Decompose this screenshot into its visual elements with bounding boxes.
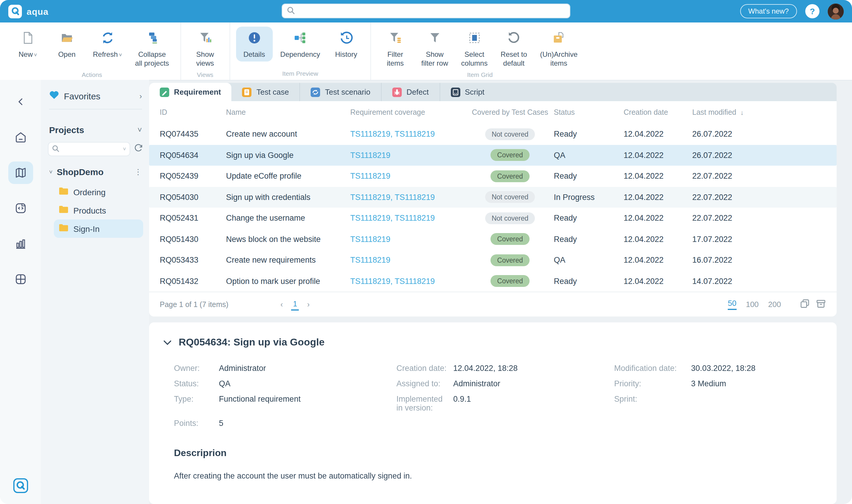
home-icon[interactable] (8, 126, 33, 148)
whats-new-button[interactable]: What's new? (740, 4, 797, 18)
filter-items-button[interactable]: Filter items (377, 26, 414, 70)
tab-defect[interactable]: Defect (381, 83, 439, 101)
prev-page-button[interactable]: ‹ (280, 300, 283, 308)
collapse-sidebar-button[interactable] (8, 90, 33, 113)
table-row[interactable]: RQ074435 Create new account TS1118219, T… (149, 124, 837, 145)
copy-icon[interactable] (800, 299, 810, 310)
favorites-header[interactable]: Favorites › (48, 88, 143, 109)
tab-script[interactable]: Script (439, 83, 495, 101)
description-heading: Descriprion (174, 448, 837, 458)
dependency-button[interactable]: Dependency (275, 26, 325, 61)
next-page-button[interactable]: › (307, 300, 309, 308)
cell-coverage-link[interactable]: TS1118219 (350, 172, 466, 181)
cell-coverage-link[interactable]: TS1118219 (350, 256, 466, 265)
chevron-right-icon[interactable]: › (139, 92, 142, 101)
col-header-covered[interactable]: Covered by Test Cases (466, 108, 554, 116)
cell-coverage-link[interactable]: TS1118219, TS1118219 (350, 193, 466, 202)
cell-coverage-link[interactable]: TS1118219, TS1118219 (350, 130, 466, 139)
table-row[interactable]: RQ051432 Option to mark user profile TS1… (149, 271, 837, 292)
collapse-all-projects-button[interactable]: Collapse all projects (130, 26, 175, 70)
refresh-projects-icon[interactable] (134, 143, 143, 155)
cell-name: Option to mark user profile (226, 277, 350, 286)
project-search[interactable]: ˅ (48, 142, 130, 156)
refresh-button[interactable]: Refresh˅ (88, 26, 127, 61)
cell-status: Ready (554, 130, 623, 139)
table-row[interactable]: RQ052431 Change the username TS1118219, … (149, 208, 837, 229)
cell-id: RQ052431 (160, 214, 226, 223)
search-input[interactable] (298, 6, 565, 16)
new-button[interactable]: New˅ (10, 26, 46, 61)
cell-status: Ready (554, 214, 623, 223)
select-columns-button[interactable]: Select columns (456, 26, 493, 70)
col-header-status[interactable]: Status (554, 108, 623, 116)
open-button[interactable]: Open (49, 26, 85, 61)
implemented-in-version-label: Implemented in version: (396, 395, 445, 412)
reset-to-default-label: Reset to default (501, 50, 527, 68)
page-size-100[interactable]: 100 (746, 300, 759, 309)
page-size-200[interactable]: 200 (768, 300, 781, 309)
bar-chart-icon[interactable] (8, 233, 33, 255)
cell-coverage-link[interactable]: TS1118219 (350, 235, 466, 244)
tab-test-scenario[interactable]: Test scenario (300, 83, 381, 101)
collapse-details-icon[interactable] (163, 337, 171, 348)
tree-folder-products[interactable]: Products (54, 201, 143, 219)
history-button[interactable]: History (328, 26, 364, 61)
cell-coverage-link[interactable]: TS1118219 (350, 151, 466, 160)
col-header-id[interactable]: ID (160, 108, 226, 116)
favorites-label: Favorites (64, 91, 134, 101)
archive-box-icon[interactable] (816, 299, 826, 310)
current-page[interactable]: 1 (291, 299, 299, 310)
sort-desc-icon[interactable]: ↓ (741, 109, 744, 116)
show-views-button[interactable]: Show views (187, 26, 223, 70)
cell-coverage-link[interactable]: TS1118219, TS1118219 (350, 214, 466, 223)
tree-node-shopdemo[interactable]: ˅ ShopDemo ⋮ (48, 164, 143, 183)
tab-requirement[interactable]: Requirement (149, 83, 232, 101)
folder-icon (58, 205, 69, 215)
col-header-coverage[interactable]: Requirement coverage (350, 108, 466, 116)
col-header-created[interactable]: Creation date (623, 108, 692, 116)
projects-header[interactable]: Projects ˅ (48, 109, 143, 141)
reset-to-default-button[interactable]: Reset to default (495, 26, 532, 70)
kebab-menu-icon[interactable]: ⋮ (134, 167, 142, 176)
grid-pager: Page 1 of 1 (7 items) ‹ 1 › 50 100 200 (149, 292, 837, 317)
avatar[interactable] (828, 3, 844, 19)
modification-date-value: 30.03.2022, 18:28 (691, 364, 837, 373)
table-row[interactable]: RQ054030 Sign up with credentials TS1118… (149, 187, 837, 208)
unarchive-items-button[interactable]: (Un)Archive items (535, 26, 583, 70)
table-row[interactable]: RQ053433 Create new requirements TS11182… (149, 250, 837, 271)
implemented-in-version-value: 0.9.1 (453, 395, 614, 403)
tree-folder-ordering[interactable]: Ordering (54, 183, 143, 201)
dependency-tree-icon (293, 31, 307, 47)
tree-folder-sign-in[interactable]: Sign-In (54, 219, 143, 238)
tab-test-case[interactable]: Test case (232, 83, 300, 101)
dashboard-grid-icon[interactable] (8, 268, 33, 290)
history-label: History (335, 50, 357, 59)
cell-coverage-link[interactable]: TS1118219, TS1118219 (350, 277, 466, 286)
code-file-icon[interactable] (8, 197, 33, 219)
map-icon[interactable] (8, 162, 33, 184)
collapse-projects-icon (145, 31, 159, 47)
cell-name: Create new account (226, 130, 350, 139)
filter-items-icon (388, 31, 402, 47)
page-size-50[interactable]: 50 (728, 299, 736, 310)
table-row[interactable]: RQ052439 Update eCoffe profile TS1118219… (149, 166, 837, 187)
show-filter-row-button[interactable]: Show filter row (416, 26, 454, 70)
details-button[interactable]: Details (236, 26, 272, 61)
project-search-input[interactable] (62, 144, 120, 154)
table-row-selected[interactable]: RQ054634 Sign up via Google TS1118219 Co… (149, 145, 837, 166)
details-label: Details (243, 50, 265, 59)
cell-created: 12.04.2022 (623, 151, 692, 160)
chevron-down-icon: ˅ (119, 52, 122, 58)
open-folder-icon (60, 31, 74, 47)
help-button[interactable]: ? (805, 4, 819, 18)
col-header-name[interactable]: Name (226, 108, 350, 116)
col-header-modified[interactable]: Last modified↓ (692, 108, 775, 116)
chevron-down-icon[interactable]: ˅ (123, 146, 126, 152)
cell-id: RQ051432 (160, 277, 226, 286)
global-search[interactable] (282, 3, 570, 18)
cell-status: Ready (554, 277, 623, 286)
assigned-to-label: Assigned to: (396, 379, 453, 388)
table-row[interactable]: RQ051430 News block on the website TS111… (149, 229, 837, 250)
chevron-down-icon[interactable]: ˅ (49, 168, 53, 175)
modification-date-label: Modification date: (614, 364, 691, 373)
